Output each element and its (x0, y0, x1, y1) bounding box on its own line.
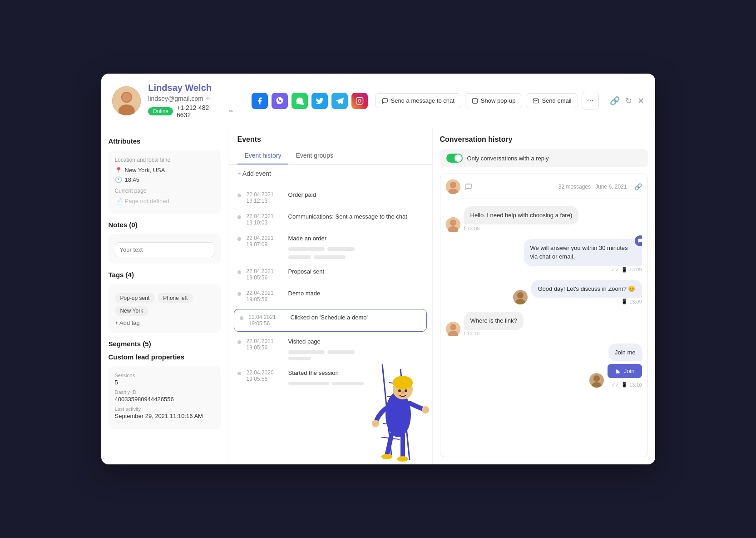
svg-point-34 (450, 324, 456, 330)
show-popup-button[interactable]: Show pop-up (465, 93, 523, 108)
add-event-button[interactable]: + Add event (228, 164, 432, 183)
event-name: Demo made (288, 290, 423, 297)
event-name: Order paid (288, 191, 423, 198)
tag-popup-sent[interactable]: Pop-up sent (115, 293, 155, 303)
event-time: 22.04.202119:05:56 (247, 268, 283, 281)
location-value: New York, USA (125, 167, 165, 174)
whatsapp-icon[interactable] (292, 93, 308, 109)
user-email-row: lindsey@gmail.com ✏ (148, 95, 233, 102)
user-phone-row: Online +1 212-482-6632 ✏ (148, 104, 233, 119)
join-button[interactable]: Join (608, 364, 642, 378)
events-title: Events (228, 128, 432, 144)
message-check-icon: ✓✓ (611, 267, 619, 273)
message-meta: ✓✓ 📱 13:10 (611, 382, 642, 388)
message-avatar (446, 217, 460, 232)
message-source-icon: f (464, 225, 465, 232)
placeholder-bar (288, 255, 311, 259)
modal-body: Attributes Location and local time 📍 New… (101, 128, 655, 464)
user-info: Lindsay Welch lindsey@gmail.com ✏ Online… (148, 83, 233, 119)
message-time: 13:10 (467, 331, 480, 336)
notes-card (109, 234, 221, 264)
user-phone: +1 212-482-6632 (177, 104, 225, 119)
prop-dashly-id: Dashly ID 400335980944426556 (115, 389, 214, 403)
event-time: 22.04.202119:12:13 (247, 191, 283, 204)
chat-icon (464, 182, 473, 191)
message-bubble: Where is the link? (464, 312, 524, 330)
event-dot (237, 372, 241, 375)
events-tabs: Event history Event groups (228, 147, 432, 164)
send-email-button[interactable]: Send email (526, 93, 578, 108)
facebook-icon[interactable] (252, 93, 268, 109)
telegram-icon[interactable] (331, 93, 348, 109)
current-page-value: Page not defined (125, 198, 169, 204)
more-options-button[interactable]: ··· (582, 92, 598, 110)
edit-phone-icon[interactable]: ✏ (229, 108, 233, 115)
conversation-panel: Conversation history Only conversations … (433, 128, 655, 464)
event-dot (237, 215, 241, 219)
messages-list: Hello. I need help with choosing a fare)… (446, 206, 642, 451)
event-name: Made an order (288, 235, 423, 242)
list-item: 22.04.202119:10:03 Communications: Sent … (228, 209, 432, 230)
tag-new-york[interactable]: New York (115, 306, 149, 316)
attributes-title: Attributes (109, 137, 221, 145)
session-date: June 6, 2021 (595, 184, 627, 190)
svg-point-31 (517, 292, 524, 299)
placeholder-bar (288, 350, 325, 354)
location-label: Location and local time (115, 157, 214, 163)
custom-props-title: Custom lead properties (109, 353, 221, 361)
message-avatar (446, 322, 460, 336)
event-name: Started the session (288, 369, 423, 376)
events-list: 22.04.202119:12:13 Order paid 22.04.2021… (228, 183, 432, 464)
svg-rect-4 (356, 97, 363, 104)
close-icon[interactable]: ✕ (637, 96, 644, 106)
message-row: Good day! Let's discuss in Zoom? 😊 📱 13:… (446, 280, 642, 305)
refresh-icon[interactable]: ↻ (625, 96, 632, 106)
list-item[interactable]: 22.04.202119:05:56 Clicked on 'Schedule … (234, 309, 427, 332)
filter-label: Only conversations with a reply (467, 155, 549, 162)
placeholder-bar (288, 247, 325, 251)
placeholder-bar (327, 247, 355, 251)
event-time: 22.04.202119:10:03 (247, 213, 283, 226)
viber-icon[interactable] (272, 93, 288, 109)
tags-card: Pop-up sent Phone left New York + Add ta… (109, 284, 221, 333)
tab-event-history[interactable]: Event history (237, 147, 289, 164)
message-row: We will answer you within 30 minutes via… (446, 239, 642, 273)
filter-toggle[interactable] (446, 154, 463, 163)
message-avatar (589, 373, 604, 388)
avatar (112, 86, 141, 115)
messages-count: 32 messages (558, 184, 591, 190)
sidebar: Attributes Location and local time 📍 New… (101, 128, 228, 464)
prop-sessions: Sessions 5 (115, 373, 214, 386)
modal-header: Lindsay Welch lindsey@gmail.com ✏ Online… (101, 74, 655, 128)
svg-point-28 (450, 219, 456, 226)
custom-props-card: Sessions 5 Dashly ID 400335980944426556 … (109, 366, 221, 429)
message-time: 13:09 (629, 299, 642, 304)
add-tag-button[interactable]: + Add tag (115, 319, 214, 326)
location-card: Location and local time 📍 New York, USA … (109, 150, 221, 214)
notes-input[interactable] (115, 242, 214, 257)
message-row: Where is the link? f 13:10 (446, 312, 642, 336)
message-meta: 📱 13:09 (531, 299, 642, 304)
session-link-icon[interactable]: 🔗 (634, 183, 642, 190)
current-page-label: Current page (115, 188, 214, 194)
time-row: 🕐 18:45 (115, 176, 214, 183)
list-item: 22.04.202119:05:56 Visited page (228, 334, 432, 365)
tab-event-groups[interactable]: Event groups (288, 147, 341, 164)
location-row: 📍 New York, USA (115, 167, 214, 174)
twitter-icon[interactable] (311, 93, 328, 109)
message-row: Join me Join ✓✓ 📱 13:10 (446, 344, 642, 388)
link-icon[interactable]: 🔗 (610, 96, 620, 106)
send-message-button[interactable]: Send a message to chat (375, 93, 461, 108)
instagram-icon[interactable] (351, 93, 368, 109)
message-time: 13:10 (629, 382, 642, 388)
tag-phone-left[interactable]: Phone left (158, 293, 193, 303)
time-value: 18:45 (125, 176, 140, 183)
event-time: 22.04.202119:05:56 (247, 290, 283, 303)
list-item: 22.04.202119:05:56 Demo made (228, 285, 432, 307)
social-icons (252, 93, 368, 109)
placeholder-bar (327, 350, 355, 354)
tags-list: Pop-up sent Phone left New York (115, 293, 214, 316)
edit-email-icon[interactable]: ✏ (206, 95, 211, 102)
session-header: 32 messages · June 6, 2021 🔗 (446, 179, 642, 199)
message-avatar (513, 290, 528, 304)
